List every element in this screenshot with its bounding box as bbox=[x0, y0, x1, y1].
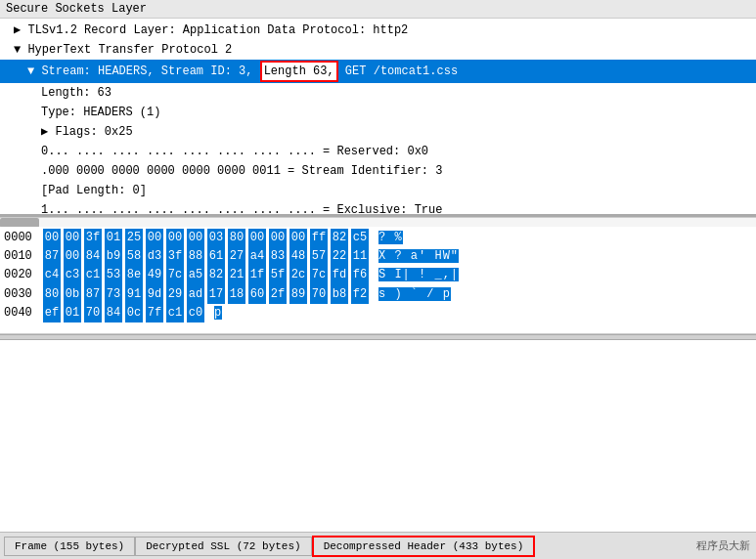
ascii-char: , bbox=[443, 268, 451, 281]
hex-byte[interactable]: 00 bbox=[64, 247, 81, 266]
hex-byte[interactable]: 00 bbox=[269, 229, 287, 247]
hex-byte[interactable]: 48 bbox=[289, 247, 307, 266]
hex-byte[interactable]: 58 bbox=[125, 247, 143, 266]
hex-byte[interactable]: 5f bbox=[269, 266, 287, 284]
hex-byte[interactable]: c5 bbox=[351, 229, 369, 247]
hex-byte[interactable]: 7c bbox=[166, 266, 184, 284]
hex-byte[interactable]: 01 bbox=[64, 304, 81, 322]
hex-byte[interactable]: 29 bbox=[166, 285, 184, 304]
hex-byte[interactable]: 9d bbox=[146, 285, 163, 304]
tree-line-text: Flags: 0x25 bbox=[55, 125, 132, 139]
tree-line-length[interactable]: Length: 63 bbox=[0, 83, 756, 103]
hex-byte[interactable]: 88 bbox=[187, 247, 204, 266]
hex-byte[interactable]: 87 bbox=[84, 285, 102, 304]
hex-byte[interactable]: 01 bbox=[105, 229, 122, 247]
hex-byte[interactable]: 00 bbox=[166, 229, 184, 247]
tree-line-text: 1... .... .... .... .... .... .... .... … bbox=[41, 203, 442, 217]
hex-byte[interactable]: f6 bbox=[351, 266, 369, 284]
hex-byte[interactable]: 3f bbox=[166, 247, 184, 266]
hex-byte[interactable]: 17 bbox=[207, 285, 225, 304]
hex-byte[interactable]: c1 bbox=[166, 304, 184, 322]
ascii-char: % bbox=[394, 231, 402, 244]
hex-byte[interactable]: 83 bbox=[269, 247, 287, 266]
status-tab[interactable]: Decrypted SSL (72 bytes) bbox=[135, 537, 311, 556]
hex-byte[interactable]: 91 bbox=[125, 285, 143, 304]
tree-line-stream-id[interactable]: .000 0000 0000 0000 0000 0000 0011 = Str… bbox=[0, 161, 756, 181]
ascii-char bbox=[419, 287, 426, 301]
hex-byte[interactable]: 61 bbox=[207, 247, 225, 266]
hex-byte[interactable]: 27 bbox=[228, 247, 245, 266]
hex-byte[interactable]: 49 bbox=[146, 266, 163, 284]
hex-byte[interactable]: 53 bbox=[105, 266, 122, 284]
triangle-icon: ▼ bbox=[14, 43, 27, 57]
hex-byte[interactable]: 11 bbox=[351, 247, 369, 266]
hex-byte[interactable]: 82 bbox=[331, 229, 348, 247]
hex-byte[interactable]: b9 bbox=[105, 247, 122, 266]
hex-byte[interactable]: b8 bbox=[331, 285, 348, 304]
hex-byte[interactable]: d3 bbox=[146, 247, 163, 266]
hex-byte[interactable]: 60 bbox=[248, 285, 266, 304]
hex-ascii: p bbox=[214, 304, 222, 322]
hex-byte[interactable]: c1 bbox=[84, 266, 102, 284]
hex-byte[interactable]: 80 bbox=[228, 229, 245, 247]
ascii-char: | bbox=[403, 268, 411, 281]
hex-byte[interactable]: 1f bbox=[248, 266, 266, 284]
hex-byte[interactable]: 7c bbox=[310, 266, 328, 284]
tree-line-flags[interactable]: ▶ Flags: 0x25 bbox=[0, 122, 756, 142]
hex-byte[interactable]: 84 bbox=[105, 304, 122, 322]
hex-byte[interactable]: 00 bbox=[43, 229, 61, 247]
status-tab[interactable]: Decompressed Header (433 bytes) bbox=[312, 536, 536, 557]
hex-byte[interactable]: fd bbox=[331, 266, 348, 284]
tree-line-text: [Pad Length: 0] bbox=[41, 184, 147, 197]
hex-byte[interactable]: 2f bbox=[269, 285, 287, 304]
hex-byte[interactable]: c0 bbox=[187, 304, 204, 322]
tree-line-tls[interactable]: ▶ TLSv1.2 Record Layer: Application Data… bbox=[0, 21, 756, 40]
hex-byte[interactable]: 73 bbox=[105, 285, 122, 304]
hex-byte[interactable]: 70 bbox=[310, 285, 328, 304]
hex-byte[interactable]: 18 bbox=[228, 285, 245, 304]
tree-line-pad-length[interactable]: [Pad Length: 0] bbox=[0, 181, 756, 200]
hex-byte[interactable]: 89 bbox=[289, 285, 307, 304]
tree-line-reserved[interactable]: 0... .... .... .... .... .... .... .... … bbox=[0, 142, 756, 161]
hex-byte[interactable]: 00 bbox=[187, 229, 204, 247]
hex-byte[interactable]: 2c bbox=[289, 266, 307, 284]
hex-byte[interactable]: 25 bbox=[125, 229, 143, 247]
horizontal-scrollbar[interactable] bbox=[0, 217, 756, 227]
hex-byte[interactable]: 0c bbox=[125, 304, 143, 322]
stream-suffix: GET /tomcat1.css bbox=[338, 64, 458, 78]
ascii-char: " bbox=[451, 249, 459, 263]
hex-byte[interactable]: 3f bbox=[84, 229, 102, 247]
hex-byte[interactable]: a5 bbox=[187, 266, 204, 284]
hex-byte[interactable]: ad bbox=[187, 285, 204, 304]
hex-byte[interactable]: 8e bbox=[125, 266, 143, 284]
hex-byte[interactable]: 0b bbox=[64, 285, 81, 304]
hex-byte[interactable]: 00 bbox=[289, 229, 307, 247]
hex-byte[interactable]: 7f bbox=[146, 304, 163, 322]
hex-byte[interactable]: c4 bbox=[43, 266, 61, 284]
hex-byte[interactable]: ff bbox=[310, 229, 328, 247]
tree-line-text: TLSv1.2 Record Layer: Application Data P… bbox=[27, 23, 408, 37]
hex-byte[interactable]: a4 bbox=[248, 247, 266, 266]
hex-byte[interactable]: 57 bbox=[310, 247, 328, 266]
status-tab[interactable]: Frame (155 bytes) bbox=[4, 537, 135, 556]
hex-byte[interactable]: 21 bbox=[228, 266, 245, 284]
tree-line-http2[interactable]: ▼ HyperText Transfer Protocol 2 bbox=[0, 40, 756, 60]
hex-byte[interactable]: 00 bbox=[248, 229, 266, 247]
hex-byte[interactable]: c3 bbox=[64, 266, 81, 284]
hex-byte[interactable]: 82 bbox=[207, 266, 225, 284]
hex-byte[interactable]: 80 bbox=[43, 285, 61, 304]
hex-byte[interactable]: 00 bbox=[146, 229, 163, 247]
tree-line-text: Length: 63 bbox=[41, 86, 111, 100]
hex-byte[interactable]: ef bbox=[43, 304, 61, 322]
hex-bytes: 870084b958d33f886127a48348572211 bbox=[43, 247, 369, 266]
hex-byte[interactable]: f2 bbox=[351, 285, 369, 304]
hex-byte[interactable]: 70 bbox=[84, 304, 102, 322]
hex-byte[interactable]: 00 bbox=[64, 229, 81, 247]
hex-byte[interactable]: 22 bbox=[331, 247, 348, 266]
tree-line-stream-headers[interactable]: ▼ Stream: HEADERS, Stream ID: 3, Length … bbox=[0, 60, 756, 83]
hex-byte[interactable]: 87 bbox=[43, 247, 61, 266]
hex-byte[interactable]: 03 bbox=[207, 229, 225, 247]
tree-line-exclusive[interactable]: 1... .... .... .... .... .... .... .... … bbox=[0, 200, 756, 217]
hex-byte[interactable]: 84 bbox=[84, 247, 102, 266]
tree-line-type[interactable]: Type: HEADERS (1) bbox=[0, 103, 756, 122]
